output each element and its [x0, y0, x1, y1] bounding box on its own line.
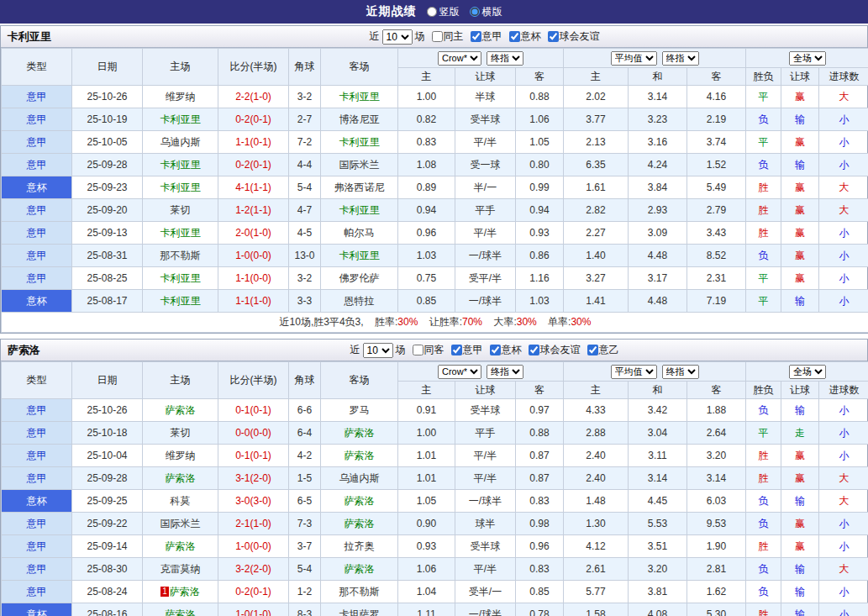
filter-serie-b[interactable]: 意乙 — [587, 343, 619, 357]
home-team-link[interactable]: 卡利亚里 — [143, 154, 218, 176]
serie-a-checkbox[interactable] — [471, 31, 481, 42]
away-team-link[interactable]: 卡利亚里 — [321, 245, 398, 267]
away-team-link[interactable]: 萨索洛 — [321, 513, 398, 535]
away-team-link[interactable]: 萨索洛 — [321, 445, 398, 467]
match-score-link[interactable]: 0-0(0-0) — [218, 422, 289, 445]
filter-coppa-italia[interactable]: 意杯 — [490, 343, 522, 357]
coppa-italia-checkbox[interactable] — [509, 31, 520, 42]
filter-club-friendly[interactable]: 球会友谊 — [548, 29, 600, 44]
home-team-link[interactable]: 卡利亚里 — [143, 290, 218, 313]
match-score-link[interactable]: 2-1(1-0) — [218, 513, 289, 535]
match-score-link[interactable]: 0-1(0-1) — [218, 445, 289, 467]
layout-option-vertical[interactable]: 竖版 — [427, 5, 460, 19]
match-score-link[interactable]: 2-0(1-0) — [218, 222, 289, 245]
corners-value: 4-2 — [289, 445, 321, 467]
away-team-link[interactable]: 乌迪内斯 — [321, 467, 398, 490]
away-team-link[interactable]: 卡利亚里 — [321, 131, 398, 154]
vertical-layout-radio[interactable] — [427, 7, 437, 17]
home-team-link[interactable]: 莱切 — [143, 422, 218, 445]
away-team-link[interactable]: 博洛尼亚 — [321, 108, 398, 131]
away-team-link[interactable]: 拉齐奥 — [321, 535, 398, 558]
match-score-link[interactable]: 1-1(0-0) — [218, 267, 289, 290]
match-score-link[interactable]: 0-2(0-1) — [218, 581, 289, 603]
home-team-link[interactable]: 莱切 — [143, 199, 218, 222]
away-team-link[interactable]: 那不勒斯 — [321, 581, 398, 603]
away-team-link[interactable]: 萨索洛 — [321, 490, 398, 513]
bookmaker-select[interactable]: Crow* — [438, 365, 481, 379]
home-team-link[interactable]: 科莫 — [143, 490, 218, 513]
away-team-link[interactable]: 卡坦萨罗 — [321, 603, 398, 616]
away-team-link[interactable]: 国际米兰 — [321, 154, 398, 176]
match-score-link[interactable]: 2-2(1-0) — [218, 86, 289, 108]
euro-index-select[interactable]: 终指 — [662, 51, 699, 66]
handicap-index-select[interactable]: 终指 — [487, 51, 523, 66]
away-team-link[interactable]: 卡利亚里 — [321, 86, 398, 108]
filter-club-friendly[interactable]: 球会友谊 — [529, 343, 581, 357]
match-score-link[interactable]: 1-0(1-0) — [218, 603, 289, 616]
match-score-link[interactable]: 3-2(2-0) — [218, 558, 289, 581]
euro-draw-odds: 3.20 — [629, 558, 687, 581]
match-score-link[interactable]: 1-1(1-0) — [218, 290, 289, 313]
home-team-link[interactable]: 卡利亚里 — [143, 222, 218, 245]
euro-source-select[interactable]: 平均值 — [611, 51, 657, 66]
filter-serie-a[interactable]: 意甲 — [471, 29, 502, 44]
away-team-link[interactable]: 罗马 — [321, 399, 398, 422]
bookmaker-select[interactable]: Crow* — [438, 51, 481, 66]
filter-coppa-italia[interactable]: 意杯 — [509, 29, 541, 44]
home-team-link[interactable]: 萨索洛 — [143, 467, 218, 490]
away-team-link[interactable]: 恩特拉 — [321, 290, 398, 313]
filter-same-away[interactable]: 同客 — [413, 343, 445, 357]
home-team-link[interactable]: 那不勒斯 — [143, 245, 218, 267]
matches-table: 类型 日期 主场 比分(半场) 角球 客场 Crow* 终指 平均值 终指 — [1, 361, 868, 616]
match-score-link[interactable]: 1-1(0-1) — [218, 131, 289, 154]
same-home-checkbox[interactable] — [432, 31, 443, 42]
club-friendly-checkbox[interactable] — [529, 345, 539, 355]
recent-count-select[interactable]: 10 — [382, 29, 413, 45]
serie-b-checkbox[interactable] — [587, 345, 598, 355]
match-score-link[interactable]: 1-0(0-0) — [218, 245, 289, 267]
same-away-checkbox[interactable] — [413, 345, 423, 355]
euro-index-select[interactable]: 终指 — [662, 365, 699, 379]
away-team-link[interactable]: 弗洛西诺尼 — [321, 176, 398, 199]
layout-option-horizontal[interactable]: 横版 — [470, 5, 502, 19]
match-score-link[interactable]: 3-1(2-0) — [218, 467, 289, 490]
match-score-link[interactable]: 0-2(0-1) — [218, 108, 289, 131]
handicap-index-select[interactable]: 终指 — [487, 365, 523, 379]
home-team-link[interactable]: 萨索洛 — [143, 399, 218, 422]
filter-serie-a[interactable]: 意甲 — [451, 343, 483, 357]
scope-select[interactable]: 全场 — [789, 365, 826, 379]
home-team-link[interactable]: 维罗纳 — [143, 86, 218, 108]
coppa-italia-checkbox[interactable] — [490, 345, 501, 355]
match-score-link[interactable]: 4-1(1-1) — [218, 176, 289, 199]
home-team-link[interactable]: 乌迪内斯 — [143, 131, 218, 154]
home-team-link[interactable]: 卡利亚里 — [143, 267, 218, 290]
horizontal-layout-radio[interactable] — [470, 7, 480, 17]
home-team-link[interactable]: 卡利亚里 — [143, 108, 218, 131]
away-team-link[interactable]: 卡利亚里 — [321, 199, 398, 222]
club-friendly-checkbox[interactable] — [548, 31, 559, 42]
away-team-link[interactable]: 萨索洛 — [321, 558, 398, 581]
home-team-link[interactable]: 卡利亚里 — [143, 176, 218, 199]
euro-source-select[interactable]: 平均值 — [611, 365, 657, 379]
filter-same-home[interactable]: 同主 — [432, 29, 464, 44]
away-team-link[interactable]: 佛罗伦萨 — [321, 267, 398, 290]
match-row: 意杯25-09-25科莫3-0(3-0)6-5萨索洛1.05一/球半0.831.… — [2, 490, 868, 513]
recent-count-select[interactable]: 10 — [363, 343, 393, 358]
home-team-link[interactable]: 萨索洛 — [143, 535, 218, 558]
match-score-link[interactable]: 0-2(0-1) — [218, 154, 289, 176]
corners-value: 7-2 — [289, 131, 321, 154]
away-team-link[interactable]: 帕尔马 — [321, 222, 398, 245]
goals-result-value: 小 — [819, 603, 868, 616]
match-score-link[interactable]: 1-0(0-0) — [218, 535, 289, 558]
match-score-link[interactable]: 0-1(0-1) — [218, 399, 289, 422]
match-score-link[interactable]: 1-2(1-1) — [218, 199, 289, 222]
home-team-link[interactable]: 1萨索洛 — [143, 581, 218, 603]
home-team-link[interactable]: 国际米兰 — [143, 513, 218, 535]
scope-select[interactable]: 全场 — [789, 51, 826, 66]
home-team-link[interactable]: 维罗纳 — [143, 445, 218, 467]
home-team-link[interactable]: 萨索洛 — [143, 603, 218, 616]
serie-a-checkbox[interactable] — [451, 345, 462, 355]
away-team-link[interactable]: 萨索洛 — [321, 422, 398, 445]
home-team-link[interactable]: 克雷莫纳 — [143, 558, 218, 581]
match-score-link[interactable]: 3-0(3-0) — [218, 490, 289, 513]
